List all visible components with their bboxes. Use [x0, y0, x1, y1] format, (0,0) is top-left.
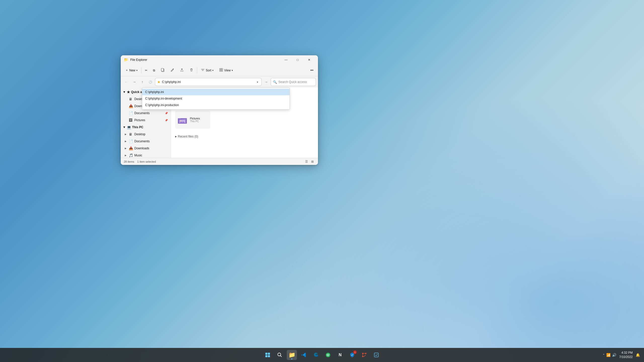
sidebar-this-pc-header[interactable]: ▼ 💻 This PC	[122, 124, 170, 131]
dropdown-item-1[interactable]: C:\php\php.ini	[142, 89, 290, 95]
taskbar-clock[interactable]: 4:32 PM 7/10/2022	[619, 351, 633, 359]
svg-point-24	[278, 353, 281, 356]
sidebar-item-documents-quick[interactable]: 📄 Documents 📌	[122, 110, 170, 117]
recent-files-toggle[interactable]: ▶ Recent files (0)	[175, 134, 314, 139]
sidebar-item-documents-pc[interactable]: ▶ 📄 Documents	[122, 138, 170, 145]
wifi-icon: 📶	[606, 353, 611, 357]
detail-view-toggle[interactable]: ⊞	[310, 159, 315, 164]
new-label: New	[129, 69, 135, 72]
sidebar-item-desktop-pc[interactable]: ▶ 🖥 Desktop	[122, 131, 170, 138]
vpn-taskbar-button[interactable]: 1	[347, 350, 357, 360]
up-button[interactable]: ↑	[139, 78, 146, 85]
address-dropdown-button[interactable]: ▾	[255, 80, 259, 84]
search-taskbar-button[interactable]	[275, 350, 285, 360]
tasks-taskbar-icon	[371, 350, 381, 360]
close-button[interactable]: ✕	[303, 56, 315, 64]
folder-icon-pictures	[177, 115, 187, 125]
more-button[interactable]: •••	[308, 66, 316, 75]
status-right: ☰ ⊞	[304, 159, 315, 164]
address-autocomplete-menu: C:\php\php.ini C:\php\php.ini-developmen…	[142, 87, 290, 110]
desktop-pc-arrow-icon: ▶	[124, 132, 127, 136]
edge-taskbar-icon	[311, 350, 321, 360]
svg-point-19	[180, 120, 181, 121]
sort-arrow-icon: ▾	[212, 69, 214, 72]
list-view-toggle[interactable]: ☰	[304, 159, 309, 164]
git-taskbar-icon	[359, 350, 369, 360]
sidebar-desktop-pc-label: Desktop	[134, 132, 145, 136]
svg-rect-2	[220, 68, 221, 70]
svg-rect-23	[268, 355, 270, 357]
notion-taskbar-button[interactable]: N	[335, 350, 345, 360]
svg-point-28	[362, 356, 364, 357]
folder-item-pictures[interactable]: Pictures This PC	[175, 111, 210, 129]
sidebar-music-pc-label: Music	[134, 154, 142, 157]
notification-icon[interactable]: 🔔	[636, 353, 640, 357]
git-taskbar-button[interactable]	[359, 350, 369, 360]
tasks-taskbar-button[interactable]	[371, 350, 381, 360]
recent-files-label: Recent files (0)	[178, 135, 198, 138]
downloads-pc-folder-icon: 📥	[129, 146, 133, 150]
downloads-pc-arrow-icon: ▶	[124, 147, 127, 150]
toolbar: ＋ New ▾ ✂ ⧉	[121, 64, 318, 76]
sidebar-item-downloads-pc[interactable]: ▶ 📥 Downloads	[122, 145, 170, 152]
status-bar: 28 items 1 item selected ☰ ⊞	[121, 158, 318, 165]
window-app-icon: 📁	[124, 58, 128, 62]
documents-pin-icon: 📌	[165, 112, 168, 115]
taskbar: 📁	[0, 348, 644, 362]
recent-files-arrow-icon: ▶	[175, 135, 177, 138]
address-path: C:\php\php.ini	[162, 80, 255, 84]
address-bar-row: ← → ↑ 🕐 ★ C:\php\php.ini ▾ C:\php\php.in…	[121, 76, 318, 87]
sidebar-documents-pc-label: Documents	[134, 140, 150, 143]
sidebar-downloads-pc-label: Downloads	[134, 147, 149, 150]
clock-date: 7/10/2022	[619, 355, 633, 359]
explorer-taskbar-button[interactable]: 📁	[287, 350, 297, 360]
view-label: View	[224, 69, 231, 72]
downloads-folder-icon-quick: 📥	[129, 104, 133, 108]
minimize-button[interactable]: —	[280, 56, 292, 64]
sort-button[interactable]: Sort ▾	[198, 66, 216, 75]
edge-taskbar-button[interactable]	[311, 350, 321, 360]
address-star-icon: ★	[157, 80, 160, 84]
start-icon	[263, 350, 273, 360]
recent-locations-button[interactable]: 🕐	[147, 78, 154, 85]
vscode-taskbar-button[interactable]	[299, 350, 309, 360]
window-controls: — □ ✕	[280, 56, 315, 64]
documents-pc-arrow-icon: ▶	[124, 140, 127, 143]
notion-taskbar-icon: N	[335, 350, 345, 360]
chevron-icon: ⌃	[602, 353, 605, 357]
start-button[interactable]	[263, 350, 273, 360]
search-box[interactable]: 🔍 Search Quick access	[271, 78, 316, 86]
paste-button[interactable]	[158, 66, 167, 75]
dropdown-item-2[interactable]: C:\php\php.ini-development	[142, 95, 290, 102]
view-icon	[219, 68, 223, 73]
maximize-button[interactable]: □	[292, 56, 303, 64]
sidebar-item-pictures-quick[interactable]: 🖼 Pictures 📌	[122, 117, 170, 124]
address-box[interactable]: ★ C:\php\php.ini ▾	[155, 78, 262, 86]
copy-icon: ⧉	[153, 69, 155, 72]
cut-button[interactable]: ✂	[142, 66, 150, 75]
view-button[interactable]: View ▾	[217, 66, 235, 75]
search-placeholder: Search Quick access	[278, 80, 307, 84]
back-button[interactable]: ←	[123, 78, 130, 85]
spotify-taskbar-button[interactable]	[323, 350, 333, 360]
go-button[interactable]: →	[263, 78, 270, 85]
svg-point-27	[365, 353, 367, 354]
copy-button[interactable]: ⧉	[150, 66, 158, 75]
this-pc-icon: 💻	[127, 125, 131, 129]
delete-button[interactable]	[187, 66, 196, 75]
new-button[interactable]: ＋ New ▾	[123, 66, 140, 75]
pictures-folder-icon-quick: 🖼	[129, 118, 133, 122]
share-icon	[180, 68, 184, 73]
share-button[interactable]	[177, 66, 186, 75]
sidebar-documents-label-quick: Documents	[134, 111, 150, 115]
svg-rect-21	[268, 353, 270, 355]
system-tray[interactable]: ⌃ 📶 🔊	[602, 353, 616, 357]
forward-button[interactable]: →	[131, 78, 138, 85]
more-label: •••	[310, 69, 313, 72]
dropdown-item-3[interactable]: C:\php\php.ini-production	[142, 102, 290, 108]
sidebar-item-music-pc[interactable]: ▶ 🎵 Music	[122, 152, 170, 158]
this-pc-arrow-icon: ▼	[123, 125, 126, 129]
svg-rect-1	[161, 68, 164, 71]
spotify-taskbar-icon	[323, 350, 333, 360]
rename-button[interactable]	[168, 66, 177, 75]
